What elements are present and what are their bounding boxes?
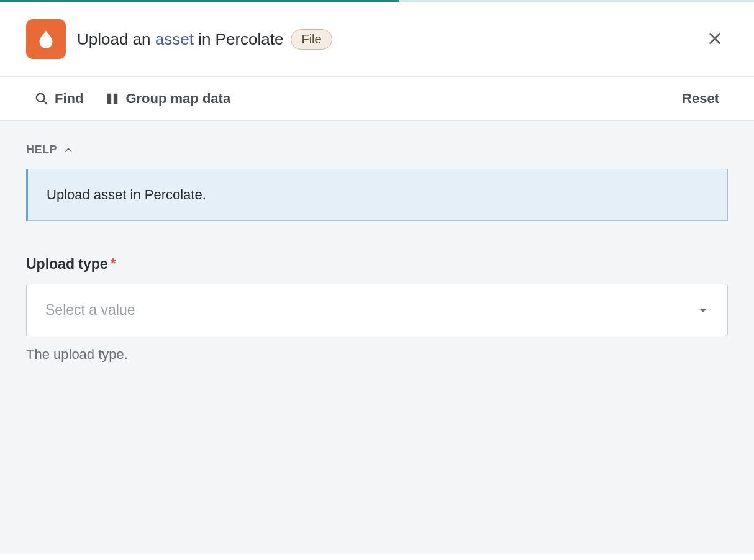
group-icon — [106, 92, 119, 106]
help-box: Upload asset in Percolate. — [26, 169, 728, 221]
chevron-up-icon — [63, 145, 73, 155]
group-map-data-button[interactable]: Group map data — [106, 91, 230, 107]
toolbar-left: Find Group map data — [35, 91, 230, 107]
find-button[interactable]: Find — [35, 91, 83, 107]
required-indicator: * — [111, 256, 116, 272]
reset-button[interactable]: Reset — [682, 91, 719, 107]
help-section-label: HELP — [26, 143, 57, 156]
close-icon — [707, 30, 723, 47]
title-asset-link[interactable]: asset — [155, 30, 194, 48]
find-label: Find — [55, 91, 83, 107]
svg-rect-2 — [114, 94, 117, 104]
content-area: HELP Upload asset in Percolate. Upload t… — [0, 121, 754, 554]
select-placeholder: Select a value — [45, 302, 135, 318]
header-left: Upload an asset in Percolate File — [26, 19, 332, 59]
title-prefix: Upload an — [77, 30, 155, 48]
file-badge: File — [291, 29, 332, 50]
search-icon — [35, 92, 48, 106]
header: Upload an asset in Percolate File — [0, 2, 754, 77]
upload-type-help-text: The upload type. — [26, 346, 728, 363]
title-suffix: in Percolate — [194, 30, 284, 48]
help-text: Upload asset in Percolate. — [47, 187, 206, 202]
svg-rect-1 — [107, 94, 111, 104]
help-section-toggle[interactable]: HELP — [26, 143, 73, 156]
upload-type-select[interactable]: Select a value — [26, 284, 728, 336]
page-title: Upload an asset in Percolate File — [77, 29, 332, 50]
group-label: Group map data — [125, 91, 230, 107]
upload-type-label: Upload type* — [26, 256, 728, 273]
toolbar: Find Group map data Reset — [0, 77, 754, 121]
close-button[interactable] — [702, 25, 728, 53]
percolate-app-icon — [26, 19, 66, 59]
chevron-down-icon — [697, 305, 709, 316]
